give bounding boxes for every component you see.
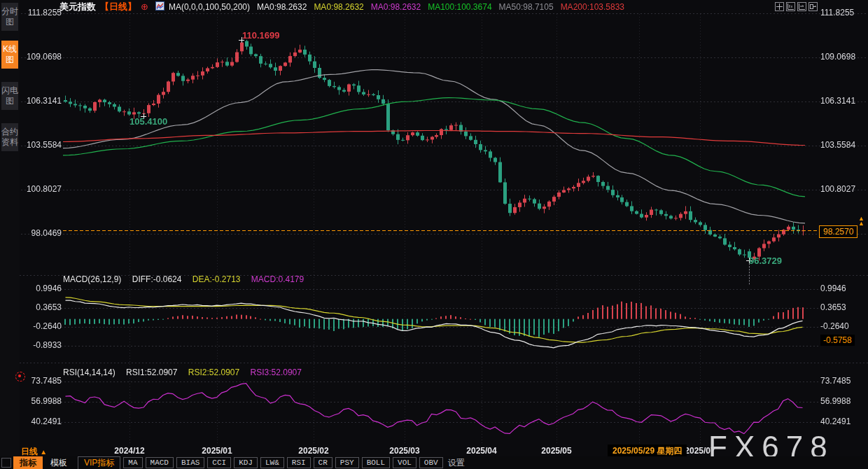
rsi-title: RSI(14,14,14) (63, 368, 115, 377)
indicator-vol[interactable]: VOL (393, 457, 416, 468)
low-annotation: 96.3729 (749, 255, 782, 266)
settings-button[interactable]: 设置 (448, 457, 465, 469)
sidebar-tab-label: K线图 (3, 44, 17, 64)
macd-y-label: -0.8933 (21, 340, 62, 350)
chart-canvas[interactable] (0, 0, 868, 469)
macd-y-label: 0.9946 (21, 284, 62, 293)
period-up-arrow-icon: ▲ (40, 448, 47, 456)
macd-y-label: 0.3653 (21, 302, 62, 312)
tab-templates[interactable]: 模板 (44, 456, 74, 469)
indicator-cr[interactable]: CR (314, 457, 332, 468)
rsi-y-label: 56.9988 (21, 396, 62, 406)
add-overlay-icon[interactable]: ⊕ (141, 1, 148, 12)
symbol-title: 美元指数 (59, 1, 96, 13)
period-axis-text: 日线 (21, 447, 38, 456)
indicator-ma[interactable]: MA (123, 457, 142, 468)
indicator-bias[interactable]: BIAS (176, 457, 204, 468)
rsi-y-label-right: 73.7485 (820, 376, 864, 386)
indicator-rsi[interactable]: RSI (287, 457, 311, 468)
indicator-cci[interactable]: CCI (207, 457, 231, 468)
ma200-value: MA200:103.5833 (561, 2, 624, 12)
bottom-toolbar: 指标 模板 VIP指标 MA MACD BIAS CCI KDJ LW& RSI… (0, 456, 868, 469)
window-controls (775, 2, 818, 11)
crosshair-pan-icon[interactable] (775, 2, 784, 11)
rsi-y-label: 73.7485 (21, 376, 62, 386)
corner-toggle[interactable] (1, 458, 11, 468)
ma0c-value: MA0:98.2632 (371, 2, 421, 12)
x-tick: 2025/03 (380, 446, 429, 456)
x-tick: 2025/05 (532, 446, 581, 456)
x-tick: 2024/12 (105, 446, 154, 456)
y-axis-label-right: 111.8255 (820, 8, 864, 18)
macd-diff-value: DIFF:-0.0624 (132, 274, 182, 284)
sidebar-tab-contract-info[interactable]: 合约资料 (1, 123, 18, 151)
period-tag: 【日线】 (100, 1, 136, 13)
macd-title: MACD(26,12,9) (63, 274, 121, 284)
tab-indicators[interactable]: 指标 (13, 456, 43, 469)
indicator-window-right-icon[interactable] (797, 2, 806, 11)
sidebar-tab-timeline[interactable]: 分时图 (1, 3, 18, 31)
vip-indicators-button[interactable]: VIP指标 (78, 456, 120, 469)
rsi-panel-header: RSI(14,14,14) RSI1:52.0907 RSI2:52.0907 … (63, 368, 310, 377)
y-axis-label: 109.0698 (21, 52, 62, 62)
indicator-psy[interactable]: PSY (335, 457, 359, 468)
y-axis-label: 106.3141 (21, 96, 62, 106)
left-sidebar: 分时图 K线图 闪电图 合约资料 (0, 0, 20, 469)
macd-panel-header: MACD(26,12,9) DIFF:-0.0624 DEA:-0.2713 M… (63, 274, 312, 284)
y-axis-label-right: 109.0698 (820, 52, 864, 62)
y-axis-label: 100.8027 (21, 184, 62, 194)
ma50-value: MA50:98.7105 (499, 2, 554, 12)
ma-formula: MA(0,0,0,100,50,200) (169, 2, 250, 12)
x-tick: 2025/01 (192, 446, 241, 456)
macd-y-label-right: 0.9946 (820, 284, 864, 293)
chart-header: 美元指数 【日线】 ⊕ MA(0,0,0,100,50,200) MA0:98.… (20, 0, 868, 13)
x-tick: 2025/04 (457, 446, 506, 456)
chart-type-icon[interactable] (155, 1, 164, 13)
rsi-y-label: 40.2491 (21, 416, 62, 426)
indicator-boll[interactable]: BOLL (362, 457, 390, 468)
live-alert-icon (15, 372, 25, 382)
rsi2-value: RSI2:52.0907 (188, 368, 239, 377)
y-axis-label-right: 100.8027 (820, 184, 864, 194)
sidebar-tab-kline[interactable]: K线图 (1, 41, 18, 69)
exit-fullscreen-icon[interactable] (808, 2, 818, 11)
sidebar-tab-label: 合约资料 (1, 127, 18, 147)
macd-y-label-right: 0.3653 (820, 302, 864, 312)
macd-y-label: -0.2640 (21, 321, 62, 331)
y-axis-label: 111.8255 (21, 8, 62, 18)
indicator-kdj[interactable]: KDJ (234, 457, 258, 468)
macd-current-badge: -0.5758 (820, 335, 855, 346)
rsi-y-label-right: 56.9988 (820, 396, 864, 406)
rsi1-value: RSI1:52.0907 (126, 368, 177, 377)
indicator-obv[interactable]: OBV (419, 457, 443, 468)
sidebar-tab-label: 闪电图 (1, 85, 18, 106)
indicator-macd[interactable]: MACD (146, 457, 174, 468)
indicator-lw[interactable]: LW& (260, 457, 284, 468)
macd-y-label-right: -0.2640 (820, 321, 864, 331)
price-up-arrow-icon: ▲▲ (858, 216, 864, 226)
x-tick: 2025/02 (289, 446, 338, 456)
last-price-badge: 98.2570 (819, 225, 858, 238)
ma0b-value: MA0:98.2632 (314, 2, 363, 12)
macd-dea-value: DEA:-0.2713 (192, 274, 241, 284)
rsi-y-label-right: 40.2491 (820, 416, 864, 426)
high-annotation: 110.1699 (242, 30, 280, 41)
y-axis-label-right: 106.3141 (820, 96, 864, 106)
indicator-window-up-icon[interactable] (786, 2, 795, 11)
y-axis-label: 103.5584 (21, 140, 62, 150)
y-axis-label-right: 103.5584 (820, 140, 864, 150)
y-axis-label: 98.0469 (21, 228, 62, 238)
pullback-low-annotation: 105.4100 (130, 116, 167, 127)
rsi3-value: RSI3:52.0907 (251, 368, 302, 377)
ma0-value: MA0:98.2632 (257, 2, 307, 12)
sidebar-tab-lightning[interactable]: 闪电图 (1, 82, 18, 110)
sidebar-tab-label: 分时图 (1, 6, 18, 27)
ma100-value: MA100:100.3674 (428, 2, 491, 12)
macd-macd-value: MACD:0.4179 (251, 274, 304, 284)
